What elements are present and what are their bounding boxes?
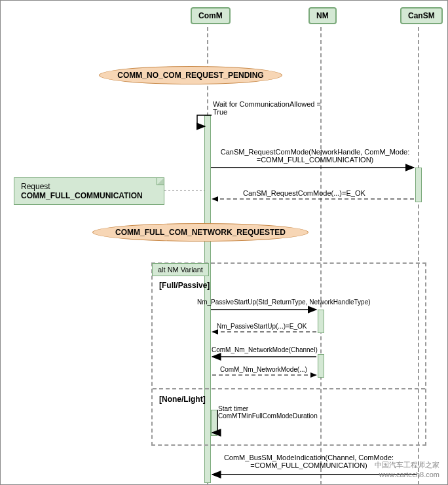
msg-req-mode-ret: CanSM_RequestComMode(...)=E_OK — [243, 189, 365, 197]
state-pending: COMM_NO_COM_REQUEST_PENDING — [99, 66, 282, 84]
participant-cansm: CanSM — [400, 7, 443, 24]
note-line1: Request — [21, 182, 50, 191]
msg-start-timer: Start timer ComMTMinFullComModeDuration — [218, 405, 318, 420]
participant-nm: NM — [308, 7, 337, 24]
activation-cansm — [415, 168, 422, 202]
alt-title: alt NM Variant — [152, 263, 209, 276]
msg-req-mode: CanSM_RequestComMode(NetworkHandle, ComM… — [217, 148, 413, 164]
msg-passive-startup-ret: Nm_PassiveStartUp(...)=E_OK — [217, 323, 307, 330]
state-requested: COMM_FULL_COM_NETWORK_REQUESTED — [92, 223, 308, 242]
note-request: Request COMM_FULL_COMMUNICATION — [14, 177, 164, 205]
alt-guard-2: [None/Light] — [159, 395, 206, 404]
msg-wait-label: Wait for CommunicationAllowed = True — [213, 100, 321, 116]
watermark: 中国汽车工程师之家 www.cartech8.com — [375, 460, 439, 479]
msg-network-mode: ComM_Nm_NetworkMode(Channel) — [212, 346, 318, 353]
alt-guard-1: [Full/Passive] — [159, 281, 210, 290]
msg-passive-startup: Nm_PassiveStartUp(Std_ReturnType, Networ… — [197, 298, 371, 306]
sequence-diagram: ComM NM CanSM COMM_NO_COM_REQUEST_PENDIN… — [0, 0, 448, 485]
watermark-l2: www.cartech8.com — [375, 470, 439, 479]
alt-separator — [153, 388, 425, 389]
watermark-l1: 中国汽车工程师之家 — [375, 460, 439, 469]
msg-network-mode-ret: ComM_Nm_NetworkMode(...) — [220, 366, 307, 373]
participant-comm: ComM — [191, 7, 231, 24]
note-line2: COMM_FULL_COMMUNICATION — [21, 191, 143, 200]
